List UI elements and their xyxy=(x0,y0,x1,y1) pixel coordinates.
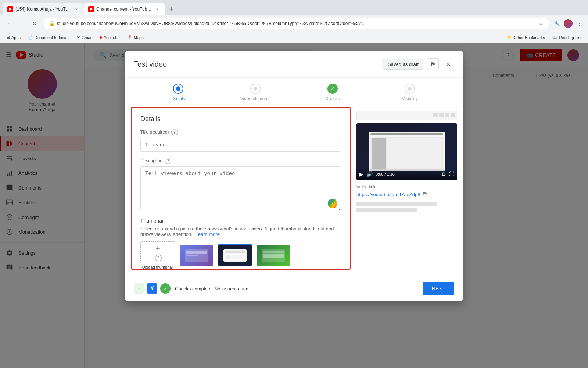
volume-button[interactable]: 🔊 xyxy=(366,171,373,177)
video-link-url[interactable]: https://youtu.be/4amI7ZeZdp8 xyxy=(356,192,420,197)
modal-header: Test video Saved as draft × xyxy=(125,51,463,78)
thumbnail-preview-1 xyxy=(180,245,213,266)
tab-bar: (154) Komal Ahuja - YouTube × Channel co… xyxy=(0,0,588,15)
video-link-label: Video link xyxy=(356,184,457,190)
learn-more-link[interactable]: Learn more xyxy=(196,231,220,237)
profile-button[interactable] xyxy=(564,19,573,28)
step-visibility[interactable]: Visibility xyxy=(371,84,448,101)
reload-button[interactable]: ↻ xyxy=(29,18,40,29)
blurred-info xyxy=(356,202,457,212)
thumbnail-title: Thumbnail xyxy=(140,218,341,224)
url-text: studio.youtube.com/channel/UCoHnj6oVjv5S… xyxy=(57,21,537,26)
other-bookmarks[interactable]: 📁 Other Bookmarks xyxy=(505,34,547,40)
apps-icon: ⊞ xyxy=(7,35,10,40)
thumbnail-options: + ? Upload thumbnail xyxy=(140,241,341,269)
gmail-icon: ✉ xyxy=(77,35,80,40)
step-checks[interactable]: ✓ Checks xyxy=(294,84,371,101)
bookmark-youtube[interactable]: ▶ YouTube xyxy=(97,34,122,40)
upload-help-icon[interactable]: ? xyxy=(155,255,162,261)
nav-buttons: ← → ↻ xyxy=(4,18,40,29)
blurred-text-1 xyxy=(356,202,437,206)
footer-status: Checks complete. No issues found. xyxy=(175,286,250,291)
video-preview: ▶ 🔊 0:00 / 1:18 ⚙ ⛶ xyxy=(356,123,457,180)
modal: Test video Saved as draft × xyxy=(125,51,463,301)
reading-list[interactable]: 📖 Reading List xyxy=(550,34,584,40)
upload-thumbnail-button[interactable]: + ? xyxy=(140,241,175,263)
copy-link-button[interactable]: ⧉ xyxy=(423,191,427,198)
maps-icon: 📍 xyxy=(127,35,132,40)
youtube-footer-icon: Y xyxy=(147,283,157,294)
modal-left: Details Title (required) ? xyxy=(131,107,351,270)
thumbnail-option-3[interactable] xyxy=(256,244,291,266)
modal-right-header-strip xyxy=(356,111,457,120)
page-content: ☰ Studio Your channel Komal Ahuja Dashbo… xyxy=(0,43,588,368)
thumbnail-preview-2 xyxy=(218,245,252,266)
modal-title: Test video xyxy=(134,60,167,68)
forward-button[interactable]: → xyxy=(17,18,27,29)
description-field: Description ? ✦ xyxy=(140,158,341,212)
main-content: 🔍 ? 📹 CREATE Comments Likes (vs. dislike… xyxy=(85,43,588,368)
bookmark-gmail[interactable]: ✉ Gmail xyxy=(75,34,94,40)
star-icon[interactable]: ☆ xyxy=(539,21,543,26)
fullscreen-button[interactable]: ⛶ xyxy=(449,171,454,177)
upload-thumbnail-label: Upload thumbnail xyxy=(142,265,174,269)
step-label-visibility: Visibility xyxy=(402,96,417,101)
upload-icon: + xyxy=(155,244,160,253)
reading-list-icon: 📖 xyxy=(552,35,557,40)
step-video-elements[interactable]: Video elements xyxy=(217,84,294,101)
thumbnail-preview-3 xyxy=(257,245,290,266)
step-dot-visibility xyxy=(405,84,415,94)
title-label: Title (required) ? xyxy=(140,129,341,135)
flag-button[interactable] xyxy=(427,58,439,70)
textarea-wrapper: ✦ xyxy=(140,166,341,212)
next-button[interactable]: NEXT xyxy=(423,282,454,295)
inactive-dot-center-2 xyxy=(408,87,412,91)
back-button[interactable]: ← xyxy=(4,18,15,29)
step-label-checks: Checks xyxy=(325,96,340,101)
step-label-details: Details xyxy=(172,96,185,101)
step-dot-video-elements xyxy=(250,84,261,94)
tab-2[interactable]: Channel content - YouTube St... × xyxy=(84,3,165,15)
description-textarea[interactable] xyxy=(140,166,341,210)
check-icon: ✓ xyxy=(330,86,335,92)
video-browser-mockup xyxy=(369,132,445,171)
tab-title-2: Channel content - YouTube St... xyxy=(96,7,152,12)
settings-video-button[interactable]: ⚙ xyxy=(441,171,446,177)
menu-button[interactable]: ⋮ xyxy=(575,19,584,28)
tab-close-1[interactable]: × xyxy=(74,6,79,12)
thumbnail-description: Select or upload a picture that shows wh… xyxy=(140,226,341,237)
description-help-icon[interactable]: ? xyxy=(165,158,171,164)
extensions-button[interactable]: 🔧 xyxy=(553,19,562,28)
bookmarks-bar: ⊞ Apps 📄 Document 5.docx... ✉ Gmail ▶ Yo… xyxy=(0,32,588,43)
strip-icon-3 xyxy=(445,113,449,117)
doc-icon: 📄 xyxy=(28,35,33,40)
tab-favicon-1 xyxy=(7,6,13,12)
step-dot-checks: ✓ xyxy=(327,84,338,94)
modal-footer: ↑ Y ✓ Checks complete. No issues found. … xyxy=(125,276,463,301)
browser-mockup xyxy=(223,249,247,262)
url-bar[interactable]: 🔒 studio.youtube.com/channel/UCoHnj6oVjv… xyxy=(43,18,549,29)
upload-footer-icon: ↑ xyxy=(134,283,144,294)
gemini-ai-button[interactable]: ✦ xyxy=(328,199,337,208)
strip-icon-4 xyxy=(451,113,455,117)
play-button[interactable]: ▶ xyxy=(359,171,363,177)
thumbnail-option-2[interactable] xyxy=(218,244,252,266)
tab-close-2[interactable]: × xyxy=(154,6,160,12)
saved-as-draft: Saved as draft xyxy=(383,59,423,70)
modal-right: ▶ 🔊 0:00 / 1:18 ⚙ ⛶ Vi xyxy=(356,107,463,276)
new-tab-button[interactable]: + xyxy=(166,4,176,14)
title-help-icon[interactable]: ? xyxy=(171,129,178,135)
title-input[interactable] xyxy=(140,138,341,152)
browser-actions: 🔧 ⋮ xyxy=(553,19,584,28)
bookmark-apps[interactable]: ⊞ Apps xyxy=(4,34,23,40)
bookmark-doc[interactable]: 📄 Document 5.docx... xyxy=(26,34,72,40)
close-button[interactable]: × xyxy=(442,58,454,70)
tab-1[interactable]: (154) Komal Ahuja - YouTube × xyxy=(3,3,84,15)
tab-title-1: (154) Komal Ahuja - YouTube xyxy=(15,7,71,12)
video-link-row: https://youtu.be/4amI7ZeZdp8 ⧉ xyxy=(356,191,457,198)
step-details[interactable]: Details xyxy=(140,84,217,101)
blurred-text-2 xyxy=(356,208,417,212)
strip-icon-2 xyxy=(439,113,444,117)
bookmark-maps[interactable]: 📍 Maps xyxy=(125,34,146,40)
thumbnail-option-1[interactable] xyxy=(179,244,214,266)
